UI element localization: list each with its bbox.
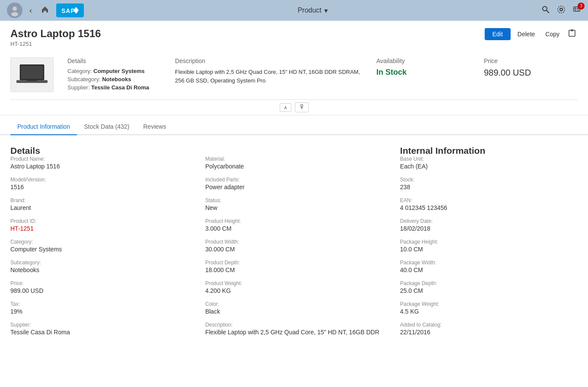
field-stock: Stock: 238 [400,177,578,190]
header-title: Product ▾ [89,6,536,15]
internal-column: Internal Information Base Unit: Each (EA… [400,146,578,343]
header-icons: 3 [541,5,581,16]
notifications-button[interactable]: 3 [572,5,581,16]
field-product-height: Product Height: 3.000 CM [205,218,383,232]
field-product-depth: Product Depth: 18.000 CM [205,260,383,273]
field-delivery-date: Delivery Date: 18/02/2018 [400,218,578,232]
svg-point-1 [11,12,18,16]
share-button[interactable] [566,28,578,41]
field-price: Price: 989.00 USD [10,280,188,294]
page-subtitle: HT-1251 [10,41,101,47]
svg-point-5 [543,6,547,11]
subcategory-row: Subcategory: Notebooks [67,76,161,82]
availability-value: In Stock [376,68,470,77]
field-supplier: Supplier: Tessile Casa Di Roma [10,322,188,336]
copy-button[interactable]: Copy [542,28,563,40]
field-product-weight: Product Weight: 4.200 KG [205,280,383,294]
delete-button[interactable]: Delete [514,28,538,40]
home-button[interactable] [39,3,51,18]
field-product-id: Product ID: HT-1251 [10,218,188,232]
internal-section-heading: Internal Information [400,146,578,156]
field-status: Status: New [205,197,383,211]
user-avatar[interactable] [7,3,22,18]
price-value: 989.00 USD [484,68,578,78]
availability-heading: Availability [376,57,470,64]
page-title: Astro Laptop 1516 [10,28,101,40]
search-button[interactable] [541,5,550,16]
field-modell-version: Modell/Version: 1516 [10,177,188,190]
page-header: Astro Laptop 1516 HT-1251 Edit Delete Co… [0,21,588,51]
page-actions: Edit Delete Copy [485,28,578,41]
notification-badge: 3 [578,3,585,10]
field-subcategory: Subcategory: Notebooks [10,260,188,273]
field-package-width: Package Width: 40.0 CM [400,260,578,273]
field-brand: Brand: Laurent [10,197,188,211]
material-column: . Material: Polycarbonate Included Parts… [205,146,383,343]
field-color: Color: Black [205,301,383,315]
svg-point-19 [300,105,303,107]
product-details-section: Details Category: Computer Systems Subca… [67,57,161,92]
svg-line-6 [546,10,549,13]
svg-point-7 [560,8,562,11]
dropdown-arrow-icon: ▾ [324,6,328,15]
field-added-to-catalog: Added to Catalog: 22/11/2016 [400,322,578,336]
svg-rect-18 [27,80,37,81]
edit-button[interactable]: Edit [485,28,511,40]
field-included-parts: Included Parts: Power adapter [205,177,383,190]
field-base-unit: Base Unit: Each (EA) [400,156,578,170]
field-description: Description: Flexible Laptop with 2,5 GH… [205,322,383,336]
details-heading: Details [67,57,161,64]
svg-point-0 [13,6,17,11]
field-ean: EAN: 4 012345 123456 [400,197,578,211]
collapse-button[interactable]: ∧ [280,103,291,112]
field-package-weight: Package Weight: 4.5 KG [400,301,578,315]
product-price: Price 989.00 USD [484,57,578,92]
details-section-heading: Details [10,146,188,156]
tab-bar: Product Information Stock Data (432) Rev… [0,119,588,135]
product-description: Description Flexible Laptop with 2,5 GHz… [175,57,363,92]
field-package-depth: Package Depth: 25.0 CM [400,280,578,294]
product-image [10,57,54,92]
field-product-name: Product Name: Astro Laptop 1516 [10,156,188,170]
page-title-section: Astro Laptop 1516 HT-1251 [10,28,101,47]
details-column: Details Product Name: Astro Laptop 1516 … [10,146,188,343]
svg-text:SAP: SAP [61,7,75,14]
field-product-width: Product Width: 30.000 CM [205,239,383,253]
field-category: Category: Computer Systems [10,239,188,253]
price-heading: Price [484,57,578,64]
back-button[interactable]: ‹ [28,4,34,17]
content-area: Details Product Name: Astro Laptop 1516 … [0,135,588,353]
category-row: Category: Computer Systems [67,68,161,74]
field-tax: Tax: 19% [10,301,188,315]
app-header: ‹ SAP Product ▾ [0,0,588,21]
settings-button[interactable] [557,5,566,16]
sap-logo: SAP [56,3,84,17]
tab-reviews[interactable]: Reviews [136,119,173,135]
svg-rect-16 [21,65,43,79]
pin-button[interactable] [295,102,309,112]
svg-point-8 [558,6,565,13]
collapse-bar: ∧ [0,100,588,115]
product-availability: Availability In Stock [376,57,470,92]
field-material: Material: Polycarbonate [205,156,383,170]
supplier-row: Supplier: Tessile Casa Di Roma [67,84,161,91]
tab-stock-data[interactable]: Stock Data (432) [77,119,136,135]
field-package-height: Package Height: 10.0 CM [400,239,578,253]
product-card: Details Category: Computer Systems Subca… [10,51,578,100]
tab-product-information[interactable]: Product Information [10,119,77,135]
description-text: Flexible Laptop with 2,5 GHz Quad Core, … [175,68,363,85]
description-heading: Description [175,57,363,64]
